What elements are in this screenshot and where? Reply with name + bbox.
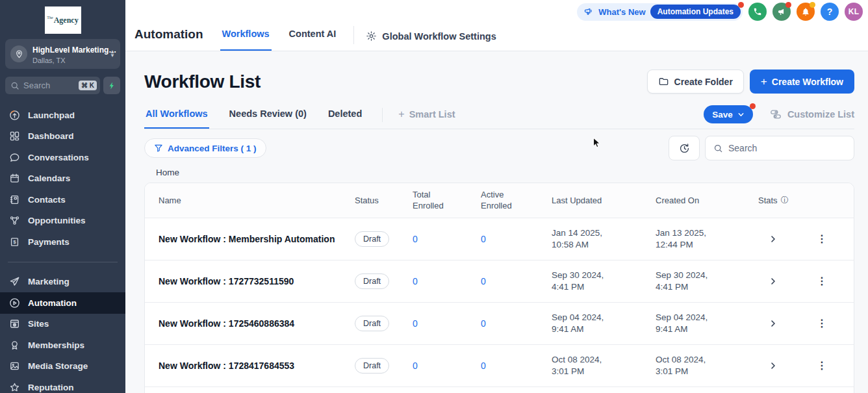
question-icon: ?	[827, 6, 833, 17]
sidebar-item-payments[interactable]: $ Payments	[0, 231, 125, 253]
list-tabs: All Workflows Needs Review (0) Deleted +…	[144, 105, 854, 129]
header-status: Status	[355, 196, 413, 205]
search-icon	[10, 81, 19, 90]
active-enrolled-link[interactable]: 0	[481, 361, 486, 371]
sidebar-item-sites[interactable]: Sites	[0, 314, 125, 335]
advanced-filters-button[interactable]: Advanced Filters ( 1 )	[144, 138, 266, 158]
workflow-name[interactable]: New Workflow : 1728417684553	[145, 361, 355, 371]
status-badge: Draft	[355, 273, 389, 289]
sidebar-item-dashboard[interactable]: Dashboard	[0, 126, 125, 147]
sidebar-item-label: Marketing	[28, 277, 70, 286]
kebab-menu-icon[interactable]: ⋮	[817, 275, 827, 286]
table-header-row: Name Status Total Enrolled Active Enroll…	[145, 183, 854, 218]
megaphone-icon	[777, 7, 786, 16]
payments-icon: $	[9, 236, 20, 247]
memberships-icon	[9, 340, 20, 351]
workflow-name[interactable]: New Workflow : 1725460886384	[145, 318, 355, 329]
kebab-menu-icon[interactable]: ⋮	[817, 360, 827, 371]
sidebar-search[interactable]: ⌘ K	[5, 77, 100, 94]
ai-spark-button[interactable]	[103, 77, 120, 94]
megaphone-button[interactable]	[772, 3, 791, 21]
table-row	[145, 387, 854, 393]
table-row[interactable]: New Workflow : 1725460886384 Draft 0 0 S…	[145, 303, 854, 345]
table-search-input[interactable]	[728, 143, 846, 153]
avatar-initials: KL	[849, 7, 860, 16]
sites-icon	[9, 318, 20, 329]
history-button[interactable]	[669, 136, 700, 160]
customize-list-label: Customize List	[787, 109, 854, 120]
created-on: Jan 13 2025, 12:44 PM	[656, 227, 722, 251]
header-last-updated: Last Updated	[552, 196, 656, 205]
tab-deleted[interactable]: Deleted	[327, 108, 363, 129]
kebab-menu-icon[interactable]: ⋮	[817, 233, 827, 244]
sidebar-item-label: Opportunities	[28, 216, 86, 225]
table-row[interactable]: New Workflow : 1728417684553 Draft 0 0 O…	[145, 345, 854, 387]
topbar-divider	[353, 26, 354, 44]
chevron-right-icon[interactable]	[766, 316, 780, 331]
kebab-menu-icon[interactable]: ⋮	[817, 318, 827, 329]
tab-all-workflows[interactable]: All Workflows	[144, 108, 209, 129]
help-button[interactable]: ?	[821, 3, 839, 21]
sidebar-item-label: Automation	[28, 298, 77, 308]
sidebar-item-label: Contacts	[28, 195, 66, 205]
chevron-right-icon[interactable]	[766, 274, 780, 288]
whats-new-button[interactable]: What's New Automation Updates	[577, 3, 743, 21]
agency-logo-prefix: The	[47, 16, 53, 19]
sliders-icon	[770, 108, 782, 120]
save-label: Save	[712, 110, 733, 120]
workflow-name[interactable]: New Workflow : Membership Automation	[145, 234, 355, 244]
create-workflow-button[interactable]: + Create Workflow	[750, 70, 854, 94]
tab-content-ai[interactable]: Content AI	[287, 29, 338, 51]
smart-list-button[interactable]: + Smart List	[398, 108, 455, 129]
customize-list-button[interactable]: Customize List	[770, 108, 854, 120]
header-stats: Stats ⓘ	[758, 195, 810, 206]
sidebar-item-automation[interactable]: Automation	[0, 292, 125, 314]
dashboard-icon	[9, 131, 20, 142]
chevron-right-icon[interactable]	[766, 232, 780, 246]
notification-dot	[810, 2, 815, 8]
sidebar-item-opportunities[interactable]: Opportunities	[0, 210, 125, 232]
automation-icon	[9, 298, 20, 309]
save-button[interactable]: Save	[704, 105, 753, 123]
sidebar-item-memberships[interactable]: Memberships	[0, 335, 125, 356]
filter-funnel-icon	[154, 144, 163, 153]
phone-button[interactable]	[748, 3, 767, 21]
sidebar-item-label: Payments	[28, 237, 70, 247]
agency-logo-name: Agency	[54, 16, 79, 25]
avatar[interactable]: KL	[845, 3, 863, 21]
sidebar-item-calendars[interactable]: Calendars	[0, 168, 125, 190]
marketing-icon	[9, 276, 20, 287]
active-enrolled-link[interactable]: 0	[481, 234, 486, 244]
total-enrolled-link[interactable]: 0	[413, 318, 418, 329]
global-workflow-settings-link[interactable]: Global Workflow Settings	[366, 31, 496, 42]
sidebar-item-launchpad[interactable]: Launchpad	[0, 105, 125, 126]
notifications-button[interactable]	[797, 3, 815, 21]
create-folder-button[interactable]: Create Folder	[647, 70, 744, 94]
tab-workflows[interactable]: Workflows	[220, 29, 272, 51]
opportunities-icon	[9, 215, 20, 226]
total-enrolled-link[interactable]: 0	[413, 234, 418, 244]
sidebar-item-reputation[interactable]: Reputation	[0, 377, 125, 393]
chevron-right-icon[interactable]	[766, 359, 780, 373]
sidebar-item-contacts[interactable]: Contacts	[0, 189, 125, 210]
breadcrumb[interactable]: Home	[156, 168, 854, 177]
automation-updates-badge: Automation Updates	[650, 5, 741, 19]
last-updated: Jan 14 2025, 10:58 AM	[552, 227, 618, 251]
sidebar-search-input[interactable]	[23, 81, 75, 90]
table-search[interactable]	[705, 136, 854, 160]
sidebar-item-marketing[interactable]: Marketing	[0, 272, 125, 293]
sidebar-item-conversations[interactable]: Conversations	[0, 147, 125, 168]
active-enrolled-link[interactable]: 0	[481, 276, 486, 286]
account-switcher[interactable]: HighLevel Marketing… Dallas, TX ▲▼	[5, 39, 120, 69]
active-enrolled-link[interactable]: 0	[481, 318, 486, 329]
total-enrolled-link[interactable]: 0	[413, 276, 418, 286]
sidebar-item-media-storage[interactable]: Media Storage	[0, 356, 125, 377]
table-row[interactable]: New Workflow : 1727732511590 Draft 0 0 S…	[145, 260, 854, 303]
gear-icon	[366, 31, 377, 42]
table-row[interactable]: New Workflow : Membership Automation Dra…	[145, 218, 854, 260]
workflow-name[interactable]: New Workflow : 1727732511590	[145, 276, 355, 286]
sidebar-item-label: Memberships	[28, 340, 84, 350]
total-enrolled-link[interactable]: 0	[413, 361, 418, 371]
tab-needs-review[interactable]: Needs Review (0)	[228, 108, 308, 129]
create-workflow-label: Create Workflow	[772, 77, 843, 87]
